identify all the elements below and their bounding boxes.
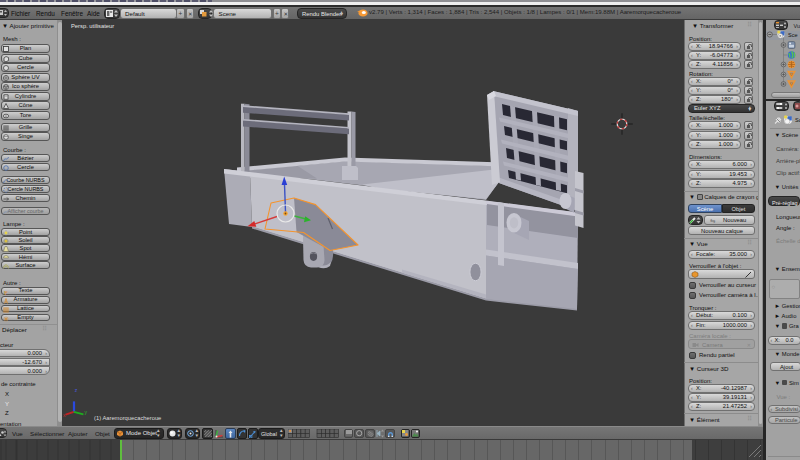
svg-text:z: z: [75, 387, 78, 393]
svg-text:x: x: [63, 412, 66, 418]
svg-text:Sce: Sce: [788, 32, 797, 38]
svg-text:y: y: [85, 409, 88, 415]
svg-text:F: F: [4, 289, 8, 295]
